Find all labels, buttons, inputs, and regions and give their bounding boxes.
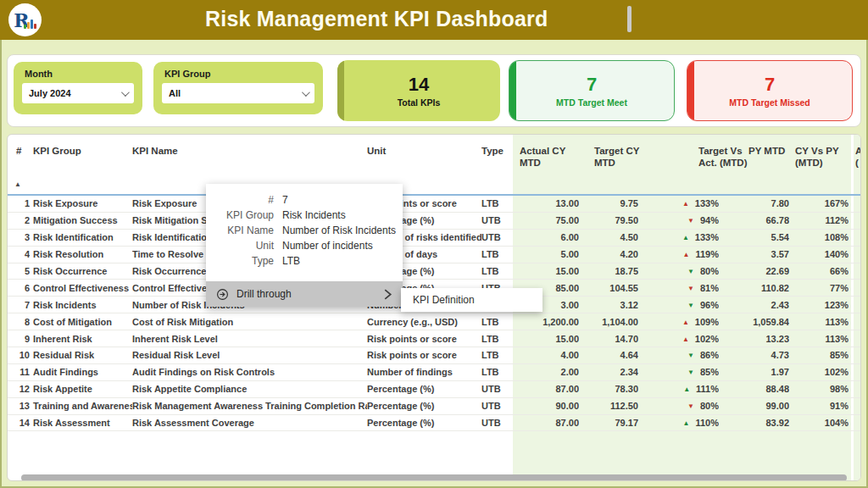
total-kpis-value: 14 [409,75,429,95]
cell-tva: ▲133% [638,198,719,208]
tooltip-field-label: Unit [213,241,274,252]
cell-py: 1.97 [719,367,789,377]
mtd-target-missed-value: 7 [765,75,775,95]
tva-value: 80% [700,266,719,276]
tva-value: 133% [695,232,719,242]
table-row[interactable]: 1Risk ExposureRisk ExposureRisk points o… [8,196,860,213]
cell-target: 3.12 [579,300,638,310]
cell-group: Risk Identification [30,232,132,242]
sort-ascending-icon[interactable]: ▲ [14,180,21,188]
cell-actual: 75.00 [513,215,579,225]
col-header-unit[interactable]: Unit [367,145,386,157]
cell-cy_vs_py: 167% [789,198,849,208]
col-header-clipped: A ( [855,145,861,169]
cell-type: UTB [481,384,513,394]
table-row[interactable]: 8Cost of MitigationCost of Risk Mitigati… [8,313,860,330]
filter-panel: Month July 2024 KPI Group All 14 Total K… [7,54,861,127]
page-title: Risk Management KPI Dashboard [205,7,548,31]
arrow-up-icon: ▲ [682,234,689,241]
col-header-kpi-name[interactable]: KPI Name [132,145,178,157]
cell-target: 2.34 [579,367,638,377]
table-row[interactable]: 3Risk IdentificationRisk IdentificationN… [8,230,860,247]
col-header-actual-cy-mtd[interactable]: Actual CY MTD [520,145,576,169]
table-row[interactable]: 5Risk OccurrenceRisk Occurrence RPercent… [8,263,860,280]
chevron-down-icon [121,88,130,97]
cell-cy_vs_py: 66% [789,266,849,276]
arrow-down-icon: ▼ [687,369,694,376]
drill-through-icon [216,288,229,301]
mtd-target-meet-label: MTD Target Meet [556,97,627,108]
cell-n: 13 [8,401,30,411]
card-accent-bar [687,61,694,120]
table-row[interactable]: 14Risk AssessmentRisk Assessment Coverag… [8,415,860,432]
cell-tva: ▼96% [638,300,719,310]
table-row[interactable]: 4Risk ResolutionTime to Resolve RNumber … [8,247,860,263]
cell-target: 18.75 [579,266,638,276]
tooltip-fields: #7KPI GroupRisk IncidentsKPI NameNumber … [206,184,403,281]
cell-cy_vs_py: 140% [789,249,849,259]
cell-py: 99.00 [719,401,789,411]
arrow-down-icon: ▼ [687,217,694,225]
chevron-down-icon [302,88,310,97]
tva-value: 96% [700,300,719,310]
col-header-target-cy-mtd[interactable]: Target CY MTD [594,145,650,169]
cell-cy_vs_py: 77% [789,283,849,293]
cell-type: UTB [481,418,513,428]
cell-target: 79.50 [579,215,638,225]
arrow-up-icon: ▲ [683,385,690,393]
col-header-kpi-group[interactable]: KPI Group [33,145,81,157]
table-row[interactable]: 10Residual RiskResidual Risk LevelRisk p… [8,347,860,364]
horizontal-scrollbar[interactable] [21,474,847,481]
col-header-num[interactable]: # [16,145,21,157]
table-row[interactable]: 11Audit FindingsAudit Findings on Risk C… [8,364,860,381]
arrow-down-icon: ▼ [687,402,694,410]
cell-py: 4.73 [719,350,789,360]
cell-group: Audit Findings [30,367,132,377]
table-row[interactable]: 12Risk AppetiteRisk Appetite ComplianceP… [8,381,860,398]
mtd-target-missed-card[interactable]: 7 MTD Target Missed [687,60,853,121]
cell-n: 3 [8,232,30,242]
cell-type: LTB [481,317,513,327]
cell-n: 5 [8,266,30,276]
cell-actual: 1,200.00 [513,317,579,327]
cell-actual: 87.00 [513,384,579,394]
cell-actual: 4.00 [513,350,579,360]
kpi-group-slicer: KPI Group All [153,62,323,114]
drill-through-menu-item[interactable]: Drill through [206,281,403,307]
chevron-right-icon [383,289,392,300]
cell-py: 13.23 [719,334,789,344]
cell-actual: 15.00 [513,334,579,344]
table-row[interactable]: 13Training and AwarenessRisk Management … [8,398,860,415]
cell-cy_vs_py: 98% [789,384,849,394]
col-header-cy-vs-py[interactable]: CY Vs PY (MTD) [795,145,846,169]
cell-py: 88.48 [719,384,789,394]
cell-n: 8 [8,317,30,327]
cell-target: 4.20 [579,249,638,259]
total-kpis-label: Total KPIs [398,97,441,108]
cell-type: LTB [481,367,513,377]
col-header-py-mtd[interactable]: PY MTD [748,145,785,157]
logo-chart-icon [24,19,36,29]
cell-name: Risk Appetite Compliance [132,384,367,394]
mtd-target-meet-card[interactable]: 7 MTD Target Meet [509,60,675,121]
cell-n: 7 [8,300,30,310]
month-slicer-label: Month [25,69,134,79]
table-row[interactable]: 9Inherent RiskInherent Risk LevelRisk po… [8,330,860,347]
tooltip-field: UnitNumber of incidents [213,241,396,252]
table-row[interactable]: 2Mitigation SuccessRisk Mitigation SuPer… [8,213,860,230]
month-dropdown[interactable]: July 2024 [22,83,134,103]
cell-tva: ▲110% [638,418,719,428]
arrow-up-icon: ▲ [683,251,690,258]
cell-tva: ▲109% [638,317,719,327]
cell-group: Mitigation Success [30,215,132,225]
total-kpis-card[interactable]: 14 Total KPIs [337,60,500,121]
tooltip-field-label: Type [213,256,274,268]
col-header-type[interactable]: Type [481,145,504,157]
cell-tva: ▲119% [638,249,719,259]
col-header-target-vs-act[interactable]: Target Vs Act. (MTD) [698,145,753,169]
cell-target: 78.30 [579,384,638,394]
cell-actual: 15.00 [513,266,579,276]
cell-n: 12 [8,384,30,394]
kpi-definition-menu-item[interactable]: KPI Definition [401,288,542,312]
kpi-group-dropdown[interactable]: All [162,83,314,103]
